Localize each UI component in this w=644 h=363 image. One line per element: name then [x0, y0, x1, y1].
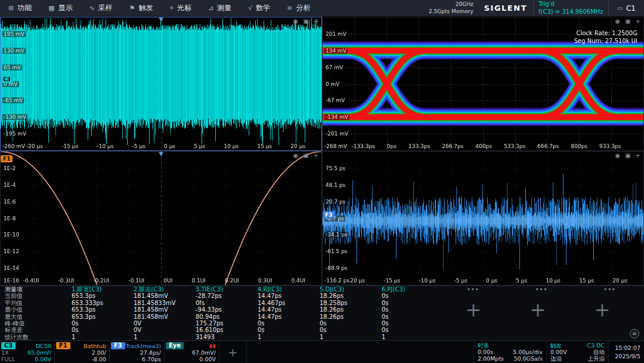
- panel-tie-track-f3[interactable]: 75.5 ps 48.1 ps 20.7 ps -6.7 ps -34.1 ps…: [322, 151, 644, 285]
- move-icon[interactable]: +: [314, 152, 318, 159]
- col-header-rj[interactable]: 4.RJ(C3): [253, 286, 315, 293]
- empty-measurement-slot[interactable]: •••: [575, 286, 644, 293]
- cell-value: 0s: [67, 327, 129, 333]
- trigger-info[interactable]: 触发C3 DC 0.00V自动 边沿上升沿: [546, 341, 608, 363]
- tie-track-canvas[interactable]: [323, 152, 643, 285]
- trigger-source: C3 DC: [587, 342, 605, 349]
- cell-value: 14.467ps: [253, 300, 315, 306]
- trigger-status-box[interactable]: Trig'd f(C3) = 314.9606MHz: [533, 0, 609, 16]
- timebase-info[interactable]: 时基 0.00s5.00µs/div 2.00Mpts50.0GSa/s: [473, 341, 546, 363]
- trigger-label: 触发: [550, 342, 562, 349]
- empty-measurement-slot[interactable]: •••: [507, 286, 576, 293]
- menu-acquire[interactable]: ∿采样: [81, 0, 121, 16]
- bandwidth-label: 20GHz: [429, 1, 473, 8]
- maximize-icon[interactable]: ▣: [625, 18, 630, 24]
- f1-function: Bathtub: [83, 343, 106, 349]
- bathtub-canvas[interactable]: [1, 152, 321, 285]
- trigger-type: 边沿: [550, 355, 562, 362]
- channel-indicator[interactable]: ▭ C1: [609, 4, 644, 13]
- row-label: 峰-峰值: [0, 320, 67, 327]
- add-measurement-button[interactable]: +: [589, 299, 615, 321]
- y-axis-label: 1E-6: [2, 199, 17, 205]
- snapshot-icon[interactable]: ◉: [615, 152, 620, 159]
- y-axis-label: 65 mV: [2, 64, 22, 70]
- descriptor-c3[interactable]: C3 DC50 1X65.0mV/ FULL0.00V: [0, 341, 55, 363]
- descriptor-eye[interactable]: Eye ▮▮ 67.0mV/ 0.00V: [165, 341, 219, 363]
- row-label: 平均值: [0, 300, 67, 306]
- descriptor-f1[interactable]: F1 Bathtub 2.00/ -8.00: [55, 341, 110, 363]
- c3-scale: 65.0mV/: [27, 349, 51, 356]
- f1-scale: 2.00/: [92, 349, 106, 356]
- cell-value: 0s: [377, 313, 439, 320]
- panel-eye-diagram[interactable]: Clock Rate: 1.2500G Seg Num: 27.510k UI …: [322, 17, 644, 151]
- add-trace-button[interactable]: +: [219, 341, 247, 363]
- panel-toolbar: ◉ ▣ +: [615, 152, 640, 159]
- channel-tag-c3[interactable]: C3: [1, 76, 13, 83]
- corner-label: -260 mV: [2, 143, 25, 149]
- cell-value: 80.94ps: [191, 313, 253, 320]
- cell-value: 181.45833mV: [129, 300, 191, 306]
- menu-trigger[interactable]: ⚑触发: [121, 0, 162, 16]
- cell-value: 0s: [377, 300, 439, 306]
- menu-measure-label: 测量: [217, 3, 231, 13]
- menu-analysis-label: 分析: [296, 3, 310, 13]
- trigger-position-marker[interactable]: ▼: [159, 17, 163, 23]
- cell-value: 181.458mV: [129, 293, 191, 299]
- trigger-mode: 自动: [593, 349, 605, 355]
- menu-trigger-label: 触发: [139, 3, 153, 13]
- trace-tag-f3[interactable]: F3: [323, 211, 335, 219]
- panel-toolbar: ◉ ▣ +: [615, 18, 640, 24]
- time-label: 15:02:07: [612, 344, 640, 352]
- move-icon[interactable]: +: [636, 152, 640, 159]
- col-header-dj[interactable]: 5.DJ(C3): [315, 286, 377, 293]
- panel-bathtub-f1[interactable]: 1E-2 1E-4 1E-6 1E-8 1E-10 1E-12 1E-14 1E…: [0, 151, 322, 285]
- clock-rate-label: Clock Rate: 1.2500G: [574, 29, 637, 37]
- menu-function[interactable]: ⊞功能: [0, 0, 40, 16]
- y-axis-label: 1E-14: [2, 265, 20, 271]
- y-axis-label: -195 mV: [2, 131, 27, 137]
- snapshot-icon[interactable]: ◉: [293, 152, 298, 159]
- col-header-eye-height[interactable]: 2.眼高(C3): [129, 286, 191, 293]
- maximize-icon[interactable]: ▣: [303, 152, 308, 159]
- row-label: 最大值: [0, 313, 67, 320]
- timebase-samplerate: 50.0GSa/s: [513, 355, 543, 362]
- cell-value: 14.47ps: [253, 306, 315, 313]
- menu-analysis[interactable]: ≋分析: [278, 0, 318, 16]
- maximize-icon[interactable]: ▣: [625, 152, 630, 159]
- cell-value: 18.26ps: [315, 293, 377, 299]
- descriptor-f3[interactable]: F3 Track(mea3) 27.4ps/ 6.70ps: [110, 341, 165, 363]
- add-measurement-button[interactable]: +: [460, 299, 487, 321]
- y-axis-label: 1E-8: [2, 216, 17, 222]
- move-icon[interactable]: +: [636, 18, 640, 24]
- menu-display[interactable]: ▦显示: [40, 0, 80, 16]
- corner-label: -116.2 ps: [324, 278, 349, 284]
- cell-value: 0V: [129, 320, 191, 327]
- col-header-tie[interactable]: 3.TIE(C3): [191, 286, 253, 293]
- col-header-pj[interactable]: 6.PJ(C3): [377, 286, 439, 293]
- measure-icon: ⊿: [208, 4, 213, 12]
- trace-tag-f1[interactable]: F1: [1, 155, 13, 162]
- y-axis-label: 1E-2: [2, 165, 17, 171]
- snapshot-icon[interactable]: ◉: [615, 18, 620, 24]
- notification-icon[interactable]: ≡: [630, 329, 639, 339]
- empty-measurement-slot[interactable]: •••: [439, 286, 507, 293]
- col-header-eye-width[interactable]: 1.眼宽(C3): [67, 286, 129, 293]
- move-icon[interactable]: +: [314, 18, 318, 24]
- y-axis-label: 1E-10: [2, 232, 20, 238]
- menu-measure[interactable]: ⊿测量: [200, 0, 240, 16]
- cell-value: 1: [377, 334, 439, 340]
- add-measurement-button[interactable]: +: [525, 299, 551, 321]
- memory-label: 2.5Gpts Memory: [429, 8, 473, 16]
- channel-icon: ▭: [617, 5, 623, 11]
- f3-scale: 27.4ps/: [140, 349, 161, 356]
- cell-value: 1: [315, 334, 377, 340]
- maximize-icon[interactable]: ▣: [303, 18, 308, 24]
- trigger-position-marker[interactable]: ▼: [159, 151, 163, 157]
- panel-toolbar: ◉ ▣ +: [293, 152, 318, 159]
- panel-waveform-c3[interactable]: 195 mV 130 mV 65 mV 0 mV -65 mV -130 mV …: [0, 17, 322, 151]
- menu-math[interactable]: √数学: [240, 0, 278, 16]
- snapshot-icon[interactable]: ◉: [293, 18, 298, 24]
- menu-cursor[interactable]: ⌖光标: [162, 0, 200, 16]
- f1-offset: -8.00: [91, 356, 106, 362]
- waveform-canvas[interactable]: [1, 17, 321, 150]
